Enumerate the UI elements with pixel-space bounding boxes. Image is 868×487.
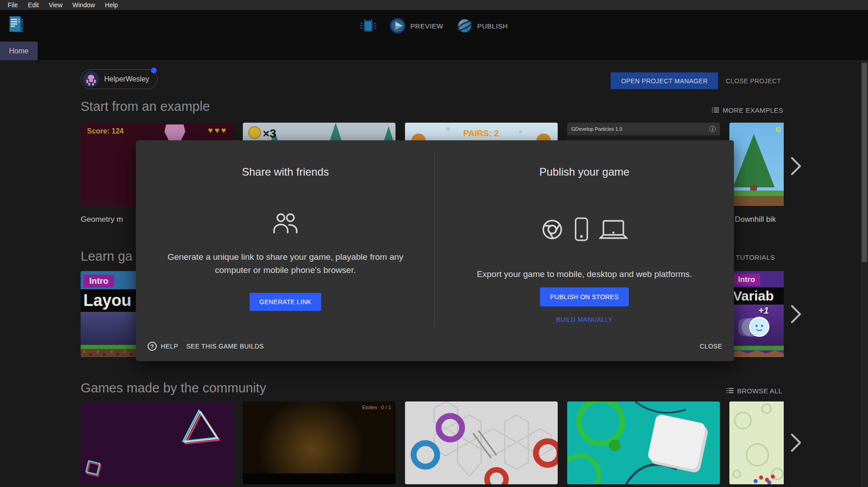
close-project-button[interactable]: CLOSE PROJECT	[726, 72, 781, 89]
publish-on-stores-button[interactable]: PUBLISH ON STORES	[540, 287, 628, 306]
toolbar-center: PREVIEW PUBLISH	[357, 17, 511, 34]
example-caption-downhill[interactable]: Downhill bik	[735, 215, 776, 224]
hearts-icons: ♥♥♥	[208, 126, 228, 135]
scrollbar-track[interactable]	[861, 60, 868, 487]
grass-strip	[729, 191, 784, 196]
share-dialog: Share with friends Generate a unique lin…	[136, 140, 734, 361]
chevron-right-icon	[790, 304, 802, 324]
tutorials-next-button[interactable]	[790, 304, 802, 324]
menu-item-window[interactable]: Window	[68, 1, 100, 9]
preview-button[interactable]: PREVIEW	[386, 17, 447, 34]
platform-icons	[541, 216, 628, 243]
menu-bar: File Edit View Window Help	[0, 0, 868, 10]
list-icon	[726, 387, 734, 395]
play-icon	[389, 17, 406, 34]
smartphone-icon	[572, 216, 591, 243]
toolbar: PREVIEW PUBLISH	[0, 10, 868, 42]
share-description: Generate a unique link to share your gam…	[154, 250, 417, 277]
menu-item-help[interactable]: Help	[100, 1, 123, 9]
menu-item-edit[interactable]: Edit	[23, 1, 44, 9]
grass-strip	[729, 346, 784, 350]
intro-badge: Intro	[83, 275, 114, 287]
chevron-right-icon	[790, 156, 802, 176]
community-next-button[interactable]	[790, 433, 802, 453]
avatar	[83, 71, 99, 87]
open-project-manager-button[interactable]: OPEN PROJECT MANAGER	[611, 72, 718, 89]
community-card-neon[interactable]	[81, 401, 233, 484]
score-label: Score: 124	[87, 127, 124, 135]
tutorial-title-band: Variab	[729, 287, 784, 305]
learn-section-title: Learn ga	[81, 249, 133, 264]
community-section-title: Games made by the community	[81, 381, 266, 396]
stars-counter: Étoiles : 0 / 1	[362, 405, 391, 410]
help-label: HELP	[161, 343, 178, 350]
close-dialog-button[interactable]: CLOSE	[700, 343, 722, 350]
laptop-icon	[599, 219, 628, 240]
publish-label: PUBLISH	[477, 22, 508, 30]
particles-title: GDevelop Particles 1.0	[571, 126, 622, 132]
username: HelperWesley	[104, 75, 149, 83]
share-column: Share with friends Generate a unique lin…	[136, 140, 435, 311]
info-icon[interactable]: i	[709, 126, 716, 132]
examples-next-button[interactable]	[790, 156, 802, 176]
chevron-right-icon	[790, 433, 802, 453]
example-caption-geometry[interactable]: Geometry m	[81, 215, 123, 224]
example-card-downhill[interactable]: G	[729, 123, 784, 206]
spikes-strip	[729, 350, 784, 357]
corner-label: G	[776, 125, 781, 133]
build-manually-link[interactable]: BUILD MANUALLY	[556, 316, 612, 323]
tab-bar: Home	[0, 42, 868, 60]
scrollbar-thumb[interactable]	[862, 63, 867, 262]
browse-all-label: BROWSE ALL	[737, 387, 782, 395]
generate-link-button[interactable]: GENERATE LINK	[250, 293, 322, 311]
coin-count-label: ×3	[263, 127, 276, 140]
glow	[243, 401, 395, 484]
see-game-builds-button[interactable]: SEE THIS GAME BUILDS	[186, 343, 264, 350]
notification-dot	[151, 67, 157, 73]
debugger-bug-icon	[360, 18, 376, 34]
browse-all-button[interactable]: BROWSE ALL	[726, 387, 782, 395]
tree-shape	[733, 134, 775, 187]
community-card-bubbles[interactable]	[729, 401, 784, 484]
dialog-footer: ? HELP SEE THIS GAME BUILDS CLOSE	[136, 339, 734, 353]
tab-home[interactable]: Home	[0, 42, 38, 60]
tutorials-label: TUTORIALS	[736, 253, 775, 261]
globe-icon	[456, 17, 473, 34]
people-icon	[273, 213, 298, 234]
community-card-hexagons[interactable]	[405, 401, 558, 484]
chrome-icon	[541, 218, 564, 241]
menu-item-view[interactable]: View	[44, 1, 68, 9]
publish-title: Publish your game	[540, 166, 630, 178]
debugger-button[interactable]	[357, 18, 380, 34]
intro-badge: Intro	[733, 274, 760, 286]
menu-item-file[interactable]: File	[3, 1, 23, 9]
list-icon	[711, 106, 719, 114]
publish-button[interactable]: PUBLISH	[452, 17, 511, 34]
more-examples-button[interactable]: MORE EXAMPLES	[711, 106, 783, 114]
community-card-night[interactable]: Étoiles : 0 / 1	[243, 401, 395, 484]
community-card-cube[interactable]	[567, 401, 720, 484]
publish-column: Publish your game	[435, 140, 734, 323]
ghost-character	[738, 315, 772, 340]
particles-header: GDevelop Particles 1.0 i	[567, 123, 720, 135]
help-button[interactable]: ? HELP	[148, 342, 178, 351]
project-manager-icon[interactable]	[7, 14, 26, 36]
more-examples-label: MORE EXAMPLES	[723, 106, 783, 114]
user-chip[interactable]: HelperWesley	[81, 69, 158, 89]
community-carousel: Étoiles : 0 / 1	[81, 401, 784, 484]
ground-silhouette	[243, 473, 395, 484]
tutorial-card-variables[interactable]: Variab Intro +1	[729, 271, 784, 357]
dirt-strip	[729, 196, 784, 206]
preview-label: PREVIEW	[410, 22, 444, 30]
share-title: Share with friends	[242, 166, 329, 178]
publish-description: Export your game to mobile, desktop and …	[477, 267, 692, 281]
examples-section-title: Start from an example	[81, 99, 210, 114]
help-icon: ?	[148, 342, 157, 351]
pairs-label: PAIRS: 2	[463, 129, 499, 138]
